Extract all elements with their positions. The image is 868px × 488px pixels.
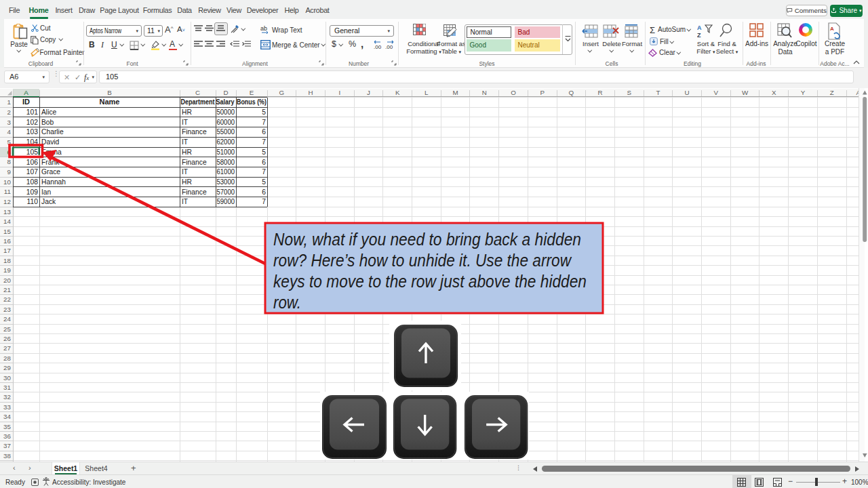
svg-text:T: T xyxy=(656,89,660,96)
svg-text:25: 25 xyxy=(3,325,11,333)
svg-text:58000: 58000 xyxy=(217,159,235,166)
svg-text:107: 107 xyxy=(26,168,38,176)
svg-text:26: 26 xyxy=(3,335,11,342)
svg-text:1: 1 xyxy=(7,98,11,106)
svg-text:38: 38 xyxy=(3,452,11,460)
svg-text:20: 20 xyxy=(3,277,11,284)
svg-text:3: 3 xyxy=(7,119,12,126)
svg-text:18: 18 xyxy=(3,257,11,264)
svg-text:106: 106 xyxy=(26,159,38,166)
svg-text:Now, what if you need to bring: Now, what if you need to bring back a hi… xyxy=(273,230,581,249)
svg-text:David: David xyxy=(41,138,60,146)
svg-text:R: R xyxy=(598,89,603,96)
svg-text:7: 7 xyxy=(262,198,266,205)
svg-text:Y: Y xyxy=(801,89,806,96)
svg-text:Charlie: Charlie xyxy=(41,128,64,136)
svg-text:ab: ab xyxy=(260,25,267,32)
svg-text:102: 102 xyxy=(26,119,38,126)
svg-text:Jack: Jack xyxy=(41,198,56,205)
svg-text:30: 30 xyxy=(3,374,11,382)
svg-text:51000: 51000 xyxy=(217,148,235,156)
svg-text:57000: 57000 xyxy=(217,188,235,196)
svg-text:55000: 55000 xyxy=(217,128,235,136)
svg-text:L: L xyxy=(425,89,429,96)
svg-text:108: 108 xyxy=(26,178,38,186)
svg-text:9: 9 xyxy=(7,168,11,176)
svg-text:Ian: Ian xyxy=(41,188,52,196)
svg-text:27: 27 xyxy=(3,344,11,352)
svg-text:S: S xyxy=(627,89,631,96)
svg-text:4: 4 xyxy=(7,128,12,136)
svg-text:29: 29 xyxy=(3,364,11,371)
svg-text:12: 12 xyxy=(3,198,11,205)
svg-text:N: N xyxy=(482,89,487,96)
svg-text:Salary: Salary xyxy=(216,98,235,106)
svg-text:D: D xyxy=(223,89,228,96)
svg-text:A: A xyxy=(830,26,834,32)
svg-text:103: 103 xyxy=(26,128,38,136)
svg-text:24: 24 xyxy=(3,315,11,323)
svg-text:Bonus (%): Bonus (%) xyxy=(237,98,267,106)
svg-text:Alice: Alice xyxy=(41,108,57,116)
svg-text:14: 14 xyxy=(3,218,11,225)
svg-text:C: C xyxy=(195,89,200,96)
svg-text:IT: IT xyxy=(182,138,189,146)
svg-text:Finance: Finance xyxy=(182,159,207,166)
svg-text:101: 101 xyxy=(26,108,38,116)
svg-text:28: 28 xyxy=(3,354,11,362)
svg-text:Z: Z xyxy=(830,89,834,96)
svg-text:5: 5 xyxy=(262,108,266,116)
svg-text:Finance: Finance xyxy=(182,128,207,136)
svg-text:60000: 60000 xyxy=(217,119,235,126)
svg-text:7: 7 xyxy=(262,119,266,126)
svg-text:32: 32 xyxy=(3,393,11,401)
svg-text:keys to move to the row just a: keys to move to the row just above the h… xyxy=(273,272,587,291)
svg-text:23: 23 xyxy=(3,306,11,313)
svg-text:53000: 53000 xyxy=(217,178,235,186)
svg-text:33: 33 xyxy=(3,403,11,411)
svg-text:61000: 61000 xyxy=(217,168,235,176)
svg-text:row? Here’s how to unhide it.: row? Here’s how to unhide it. Use the ar… xyxy=(273,251,572,270)
svg-text:I: I xyxy=(338,89,340,96)
svg-text:Grace: Grace xyxy=(41,168,60,176)
svg-text:A: A xyxy=(24,89,28,96)
svg-text:8: 8 xyxy=(7,158,12,165)
svg-text:19: 19 xyxy=(3,266,11,274)
svg-text:U: U xyxy=(685,89,690,96)
svg-text:6: 6 xyxy=(262,159,266,166)
svg-text:HR: HR xyxy=(182,148,192,156)
svg-text:7: 7 xyxy=(262,138,266,146)
svg-text:K: K xyxy=(395,89,400,96)
svg-text:59000: 59000 xyxy=(217,198,235,205)
svg-text:IT: IT xyxy=(182,168,189,176)
svg-text:Department: Department xyxy=(181,98,215,106)
svg-text:13: 13 xyxy=(3,208,11,216)
svg-text:Q: Q xyxy=(569,89,574,96)
svg-text:E: E xyxy=(250,89,254,96)
svg-text:Bob: Bob xyxy=(41,119,54,126)
svg-text:10: 10 xyxy=(3,178,11,186)
svg-text:W: W xyxy=(742,89,749,96)
svg-text:G: G xyxy=(279,89,285,96)
svg-text:17: 17 xyxy=(3,247,11,254)
svg-text:34: 34 xyxy=(3,413,11,420)
svg-text:5: 5 xyxy=(262,148,266,156)
svg-text:Finance: Finance xyxy=(182,188,207,196)
svg-text:A: A xyxy=(697,24,702,31)
svg-text:row.: row. xyxy=(273,293,301,312)
svg-text:16: 16 xyxy=(3,237,11,245)
svg-text:HR: HR xyxy=(182,178,192,186)
svg-text:110: 110 xyxy=(27,198,39,205)
svg-text:62000: 62000 xyxy=(217,138,235,146)
svg-text:Z: Z xyxy=(697,32,701,39)
svg-text:2: 2 xyxy=(7,108,11,116)
svg-text:H: H xyxy=(309,89,313,96)
svg-text:.00: .00 xyxy=(385,44,393,49)
svg-text:37: 37 xyxy=(3,442,11,449)
svg-text:B: B xyxy=(107,89,112,96)
svg-text:ID: ID xyxy=(22,98,30,106)
svg-text:6: 6 xyxy=(262,128,266,136)
svg-text:15: 15 xyxy=(3,228,11,235)
svg-text:22: 22 xyxy=(3,296,11,303)
svg-text:.00: .00 xyxy=(374,44,382,49)
